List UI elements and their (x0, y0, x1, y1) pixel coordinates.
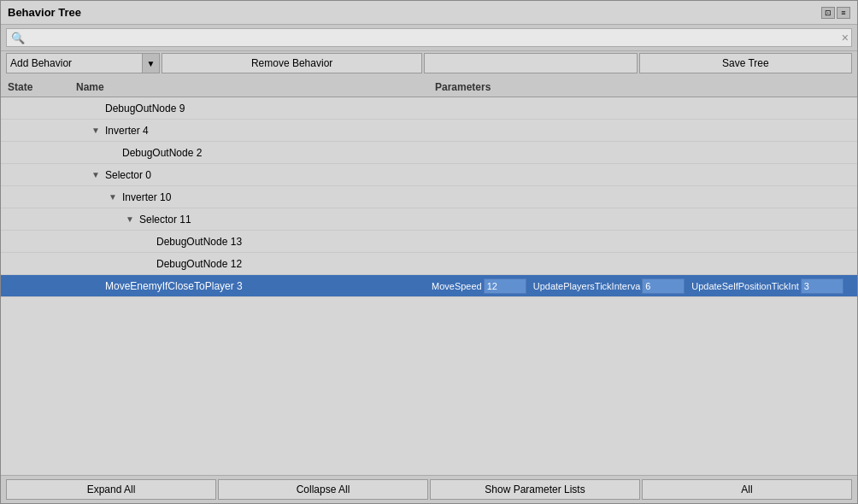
name-cell: ▼Selector 11 (73, 214, 432, 226)
show-parameter-lists-button[interactable]: Show Parameter Lists (430, 479, 640, 500)
tree-content: DebugOutNode 9▼Inverter 4DebugOutNode 2▼… (1, 97, 857, 475)
name-cell: DebugOutNode 12 (73, 258, 432, 270)
expand-all-button[interactable]: Expand All (6, 479, 216, 500)
param-label: UpdatePlayersTickInterva (533, 281, 641, 291)
param-value-input[interactable] (642, 278, 685, 294)
param-label: UpdateSelfPositionTickInt (691, 281, 799, 291)
dropdown-arrow-icon: ▼ (142, 54, 159, 73)
node-name: DebugOutNode 12 (156, 258, 242, 270)
resize-button[interactable]: ⊡ (821, 7, 835, 19)
search-bar-container: 🔍 × (6, 28, 852, 47)
title-bar: Behavior Tree ⊡ ≡ (1, 1, 857, 25)
name-cell: MoveEnemyIfCloseToPlayer 3 (73, 280, 432, 292)
name-cell: DebugOutNode 2 (73, 147, 432, 159)
table-row[interactable]: ▼Inverter 10 (1, 186, 857, 208)
save-tree-button[interactable]: Save Tree (639, 53, 852, 73)
menu-button[interactable]: ≡ (837, 7, 850, 19)
table-row[interactable]: DebugOutNode 2 (1, 142, 857, 164)
collapse-all-button[interactable]: Collapse All (218, 479, 428, 500)
footer-bar: Expand All Collapse All Show Parameter L… (1, 475, 857, 503)
param-group: UpdateSelfPositionTickInt (691, 278, 843, 294)
name-cell: ▼Selector 0 (73, 169, 432, 181)
node-name: Selector 0 (105, 169, 151, 181)
blank-button[interactable] (424, 53, 637, 73)
node-name: MoveEnemyIfCloseToPlayer 3 (105, 280, 243, 292)
search-input[interactable] (6, 28, 852, 47)
expand-icon[interactable]: ▼ (90, 170, 102, 179)
add-behavior-select[interactable]: Add Behavior (7, 54, 142, 73)
name-cell: ▼Inverter 10 (73, 191, 432, 203)
search-clear-button[interactable]: × (842, 31, 849, 44)
param-value-input[interactable] (484, 278, 526, 294)
table-row[interactable]: DebugOutNode 9 (1, 97, 857, 120)
header-name: Name (73, 81, 432, 93)
name-cell: DebugOutNode 13 (73, 236, 432, 248)
table-row[interactable]: ▼Selector 11 (1, 208, 857, 231)
name-cell: ▼Inverter 4 (73, 125, 432, 137)
window-controls: ⊡ ≡ (821, 7, 850, 19)
param-label: MoveSpeed (432, 281, 482, 291)
search-icon: 🔍 (11, 32, 25, 44)
table-row[interactable]: DebugOutNode 13 (1, 231, 857, 253)
node-name: DebugOutNode 9 (105, 103, 185, 114)
table-header: State Name Parameters (1, 77, 857, 97)
all-button[interactable]: All (642, 479, 852, 500)
header-parameters: Parameters (432, 81, 854, 93)
param-group: UpdatePlayersTickInterva (533, 278, 685, 294)
node-name: DebugOutNode 13 (156, 236, 242, 248)
expand-icon[interactable]: ▼ (124, 214, 136, 224)
action-bar: Add Behavior ▼ Remove Behavior Save Tree (1, 51, 857, 77)
expand-icon[interactable]: ▼ (90, 126, 102, 135)
node-name: Inverter 10 (122, 191, 171, 203)
header-state: State (4, 81, 73, 93)
window-title: Behavior Tree (8, 6, 81, 19)
node-name: Selector 11 (139, 214, 191, 226)
behavior-tree-window: Behavior Tree ⊡ ≡ 🔍 × Add Behavior ▼ Rem… (0, 0, 858, 504)
table-row[interactable]: MoveEnemyIfCloseToPlayer 3MoveSpeedUpdat… (1, 275, 857, 297)
node-name: DebugOutNode 2 (122, 147, 202, 159)
param-group: MoveSpeed (432, 278, 526, 294)
param-value-input[interactable] (801, 278, 843, 294)
node-name: Inverter 4 (105, 125, 149, 137)
params-cell: MoveSpeedUpdatePlayersTickIntervaUpdateS… (432, 278, 854, 294)
remove-behavior-button[interactable]: Remove Behavior (162, 53, 422, 73)
expand-icon[interactable]: ▼ (107, 192, 119, 202)
table-row[interactable]: DebugOutNode 12 (1, 253, 857, 275)
table-row[interactable]: ▼Selector 0 (1, 164, 857, 186)
name-cell: DebugOutNode 9 (73, 103, 432, 114)
search-toolbar: 🔍 × (1, 25, 857, 51)
add-behavior-dropdown[interactable]: Add Behavior ▼ (6, 53, 160, 73)
table-row[interactable]: ▼Inverter 4 (1, 120, 857, 142)
